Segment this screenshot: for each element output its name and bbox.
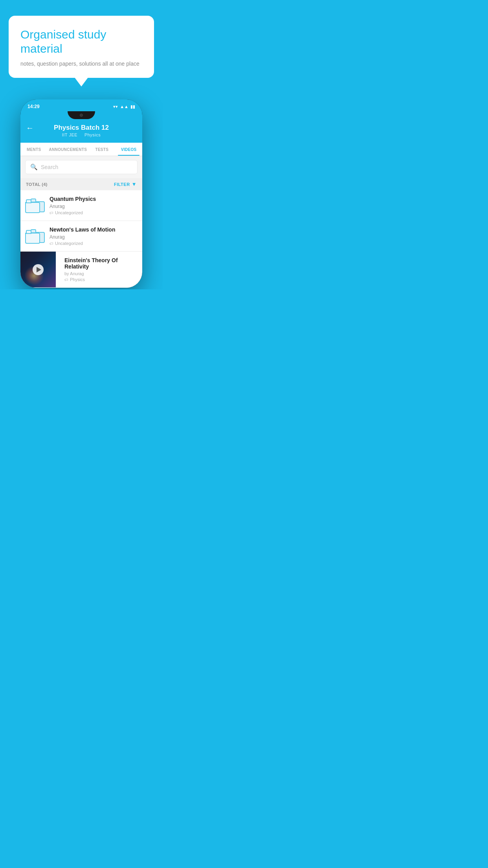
video-thumb-area [25, 196, 45, 213]
filter-label: FILTER [114, 182, 130, 187]
play-button[interactable] [33, 264, 44, 275]
folder-icon [25, 226, 45, 244]
filter-icon: ▼ [132, 181, 137, 187]
notch-area [20, 111, 142, 119]
video-thumb-area [25, 226, 45, 244]
subtitle-left: IIT JEE [62, 132, 77, 137]
video-title: Newton's Laws of Motion [50, 226, 138, 233]
app-header: ← Physics Batch 12 IIT JEE Physics [20, 119, 142, 143]
video-author: Anurag [50, 234, 138, 240]
status-icons: ▾▾ ▲▲ ▮▮ [113, 104, 135, 109]
tab-ments[interactable]: MENTS [20, 143, 47, 156]
video-tag: 🏷 Uncategorized [50, 210, 138, 215]
back-button[interactable]: ← [26, 123, 34, 132]
video-tag: 🏷 Uncategorized [50, 241, 138, 246]
wifi-icon: ▾▾ [113, 104, 118, 109]
search-bar-container: 🔍 Search [20, 156, 142, 178]
video-info: Quantum Physics Anurag 🏷 Uncategorized [50, 196, 138, 215]
filter-button[interactable]: FILTER ▼ [114, 181, 137, 187]
video-tag: 🏷 Physics [64, 277, 138, 282]
list-item[interactable]: Einstein's Theory Of Relativity by Anura… [20, 252, 142, 288]
tag-label: Uncategorized [55, 241, 83, 246]
video-title: Quantum Physics [50, 196, 138, 202]
search-placeholder: Search [41, 164, 58, 170]
folder-icon [25, 196, 45, 213]
camera-dot [80, 114, 83, 117]
video-list: Quantum Physics Anurag 🏷 Uncategorized [20, 190, 142, 288]
status-bar: 14:29 ▾▾ ▲▲ ▮▮ [20, 99, 142, 112]
header-title: Physics Batch 12 [54, 124, 109, 132]
header-subtitle: IIT JEE Physics [62, 132, 101, 137]
tag-icon: 🏷 [64, 278, 68, 282]
search-bar[interactable]: 🔍 Search [25, 160, 138, 174]
tag-icon: 🏷 [50, 241, 53, 246]
subtitle-right: Physics [84, 132, 101, 137]
video-info: Newton's Laws of Motion Anurag 🏷 Uncateg… [50, 226, 138, 246]
filter-row: TOTAL (4) FILTER ▼ [20, 178, 142, 190]
tag-icon: 🏷 [50, 211, 53, 215]
tab-tests[interactable]: TESTS [88, 143, 115, 156]
notch [68, 111, 95, 119]
video-thumbnail [20, 252, 56, 287]
status-time: 14:29 [28, 104, 40, 109]
promo-title: Organised study material [20, 28, 142, 56]
battery-icon: ▮▮ [130, 104, 135, 109]
header-row: ← Physics Batch 12 [26, 124, 137, 132]
video-info: Einstein's Theory Of Relativity by Anura… [61, 252, 142, 287]
video-title: Einstein's Theory Of Relativity [64, 257, 138, 270]
list-item[interactable]: Quantum Physics Anurag 🏷 Uncategorized [20, 190, 142, 221]
tab-bar: MENTS ANNOUNCEMENTS TESTS VIDEOS [20, 143, 142, 156]
phone-frame: 14:29 ▾▾ ▲▲ ▮▮ ← Physics Batch 12 IIT JE… [20, 99, 142, 288]
promo-subtitle: notes, question papers, solutions all at… [20, 61, 142, 67]
tab-videos[interactable]: VIDEOS [116, 143, 142, 156]
speech-bubble: Organised study material notes, question… [9, 16, 154, 78]
video-author: Anurag [50, 204, 138, 209]
list-item[interactable]: Newton's Laws of Motion Anurag 🏷 Uncateg… [20, 221, 142, 252]
video-author: by Anurag [64, 271, 138, 276]
search-icon: 🔍 [30, 164, 38, 171]
signal-icon: ▲▲ [120, 104, 128, 109]
phone-wrapper: 14:29 ▾▾ ▲▲ ▮▮ ← Physics Batch 12 IIT JE… [0, 78, 163, 288]
promo-area: Organised study material notes, question… [0, 0, 163, 78]
tag-label: Uncategorized [55, 210, 83, 215]
tag-label: Physics [70, 277, 85, 282]
play-icon [37, 267, 41, 272]
tab-announcements[interactable]: ANNOUNCEMENTS [47, 143, 88, 156]
total-label: TOTAL (4) [26, 182, 48, 187]
